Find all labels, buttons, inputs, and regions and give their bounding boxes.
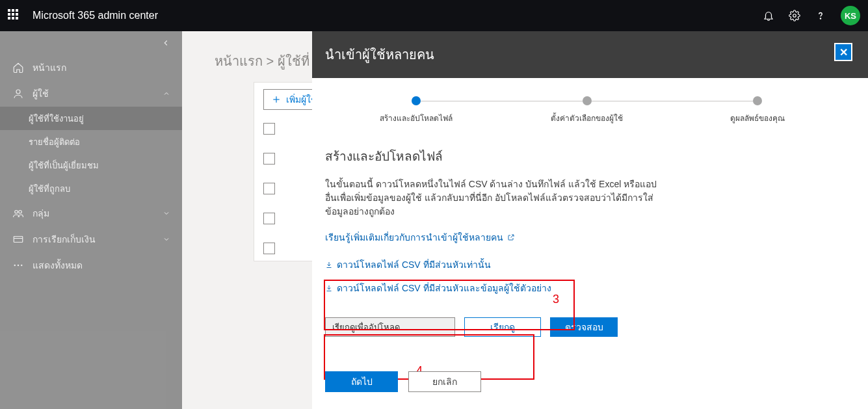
collapse-icon[interactable] (161, 38, 170, 47)
sidebar-item-users[interactable]: ผู้ใช้ (0, 81, 182, 107)
card-icon (10, 233, 26, 245)
link-label: ดาวน์โหลดไฟล์ CSV ที่มีส่วนหัวเท่านั้น (337, 257, 491, 272)
download-headers-link[interactable]: ดาวน์โหลดไฟล์ CSV ที่มีส่วนหัวเท่านั้น (325, 257, 491, 272)
svg-point-3 (15, 211, 18, 214)
user-icon (10, 88, 26, 99)
avatar[interactable]: KS (841, 6, 860, 25)
step-label: ตั้งค่าตัวเลือกของผู้ใช้ (551, 112, 623, 124)
close-button[interactable]: ✕ (834, 43, 852, 61)
row-checkbox[interactable] (263, 213, 275, 224)
sidebar-item-billing[interactable]: การเรียกเก็บเงิน (0, 226, 182, 252)
chevron-up-icon (163, 90, 170, 98)
ellipsis-icon (10, 259, 26, 271)
plus-icon (272, 95, 281, 104)
step-dot-icon (583, 96, 592, 105)
sidebar-item-groups[interactable]: กลุ่ม (0, 200, 182, 226)
row-checkbox[interactable] (263, 153, 275, 165)
sidebar-item-label: แสดงทั้งหมด (33, 258, 83, 272)
svg-point-1 (820, 18, 821, 19)
brand-title: Microsoft 365 admin center (33, 10, 158, 21)
section-title: สร้างและอัปโหลดไฟล์ (325, 146, 848, 166)
step-dot-icon (412, 96, 421, 105)
sidebar-item-label: ผู้ใช้ที่ถูกลบ (29, 182, 70, 196)
sidebar-item-contacts[interactable]: รายชื่อผู้ติดต่อ (0, 130, 182, 153)
step-3[interactable]: ดูผลลัพธ์ของคุณ (705, 96, 809, 124)
sidebar: หน้าแรก ผู้ใช้ ผู้ใช้ที่ใช้งานอยู่ รายชื… (0, 31, 182, 409)
sidebar-item-label: ผู้ใช้ (33, 86, 49, 101)
sidebar-item-deleted-users[interactable]: ผู้ใช้ที่ถูกลบ (0, 177, 182, 200)
close-icon: ✕ (839, 46, 848, 59)
step-2[interactable]: ตั้งค่าตัวเลือกของผู้ใช้ (535, 96, 639, 124)
external-link-icon (507, 233, 515, 241)
sidebar-item-label: กลุ่ม (33, 206, 49, 220)
svg-rect-5 (14, 237, 23, 243)
home-icon (10, 62, 26, 73)
next-button[interactable]: ถัดไป (325, 371, 398, 392)
gear-icon[interactable] (789, 10, 800, 21)
svg-point-4 (19, 211, 22, 214)
sidebar-item-label: รายชื่อผู้ติดต่อ (29, 135, 80, 149)
sidebar-item-active-users[interactable]: ผู้ใช้ที่ใช้งานอยู่ (0, 107, 182, 130)
sidebar-item-guest-users[interactable]: ผู้ใช้ที่เป็นผู้เยี่ยมชม (0, 153, 182, 177)
modal-body: สร้างและอัปโหลดไฟล์ ตั้งค่าตัวเลือกของผู… (312, 78, 868, 409)
sidebar-item-label: ผู้ใช้ที่ใช้งานอยู่ (29, 112, 84, 125)
modal-header: นำเข้าผู้ใช้หลายคน ✕ (312, 31, 868, 78)
chevron-down-icon (163, 209, 170, 217)
annotation-label-3: 3 (553, 293, 559, 306)
step-dot-icon (753, 96, 762, 105)
sidebar-item-label: หน้าแรก (33, 60, 66, 75)
svg-point-2 (16, 90, 20, 94)
row-checkbox[interactable] (263, 123, 275, 135)
step-label: สร้างและอัปโหลดไฟล์ (380, 112, 453, 124)
bell-icon[interactable] (763, 10, 774, 21)
sidebar-item-label: ผู้ใช้ที่เป็นผู้เยี่ยมชม (29, 159, 99, 172)
group-icon (10, 207, 26, 219)
row-checkbox[interactable] (263, 243, 275, 254)
svg-point-8 (18, 265, 19, 266)
app-launcher-icon[interactable] (8, 9, 21, 22)
annotation-box-3 (324, 280, 575, 330)
stepper: สร้างและอัปโหลดไฟล์ ตั้งค่าตัวเลือกของผู… (325, 96, 848, 124)
svg-point-7 (14, 265, 16, 266)
top-bar: Microsoft 365 admin center KS (0, 0, 868, 31)
section-description: ในขั้นตอนนี้ ดาวน์โหลดหนึ่งในไฟล์ CSV ด้… (325, 178, 663, 218)
sidebar-item-show-all[interactable]: แสดงทั้งหมด (0, 252, 182, 278)
step-label: ดูผลลัพธ์ของคุณ (730, 112, 785, 124)
svg-point-9 (21, 265, 22, 266)
step-1[interactable]: สร้างและอัปโหลดไฟล์ (364, 96, 468, 124)
cancel-button[interactable]: ยกเลิก (408, 371, 481, 392)
link-label: เรียนรู้เพิ่มเติมเกี่ยวกับการนำเข้าผู้ใช… (325, 230, 503, 244)
sidebar-item-label: การเรียกเก็บเงิน (33, 232, 96, 246)
chevron-down-icon (163, 235, 170, 243)
modal-title: นำเข้าผู้ใช้หลายคน (325, 44, 434, 65)
svg-point-0 (793, 14, 796, 18)
row-checkbox[interactable] (263, 183, 275, 194)
download-icon (325, 261, 333, 269)
learn-more-link[interactable]: เรียนรู้เพิ่มเติมเกี่ยวกับการนำเข้าผู้ใช… (325, 230, 515, 244)
sidebar-item-home[interactable]: หน้าแรก (0, 55, 182, 81)
help-icon[interactable] (815, 10, 826, 21)
